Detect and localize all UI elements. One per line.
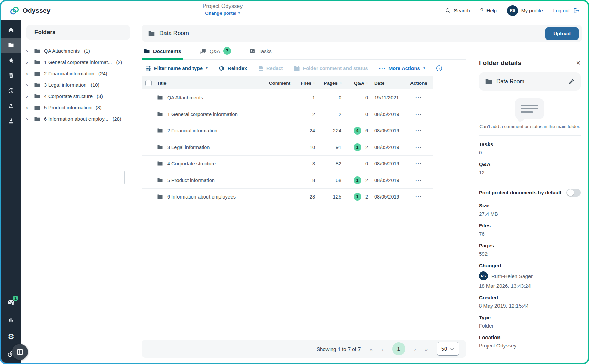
- changed-by-row: RS Ruth-Helen Sager: [479, 271, 581, 280]
- location-label: Location: [479, 334, 581, 340]
- rail-trash-icon[interactable]: [1, 68, 21, 83]
- row-actions-menu[interactable]: ···: [415, 161, 422, 167]
- header-title[interactable]: Title↑↓: [157, 81, 261, 86]
- rail-favorites-icon[interactable]: [1, 53, 21, 68]
- nav-rail: 1 ⚙: [1, 20, 21, 363]
- close-icon[interactable]: ✕: [576, 60, 581, 67]
- divider: [479, 182, 581, 182]
- topnav: Search ? Help RS My profile Log out: [445, 5, 580, 16]
- row-actions-menu[interactable]: ···: [415, 177, 422, 183]
- rail-home-icon[interactable]: [1, 22, 21, 38]
- main-content: Documents Q&A 7: [136, 42, 472, 363]
- pages-viewed-badge: 1: [354, 176, 361, 184]
- page-size-select[interactable]: 50: [437, 342, 459, 356]
- app-window: Odyssey Project Odyssey Change portal ▾ …: [1, 1, 588, 363]
- files-label: Files: [479, 223, 581, 228]
- row-actions-menu[interactable]: ···: [415, 95, 422, 100]
- rail-settings-icon[interactable]: ⚙: [1, 328, 21, 345]
- reindex-icon: [219, 65, 225, 72]
- tree-item-product-information[interactable]: › 5 Product information (8): [26, 102, 130, 113]
- ellipsis-icon: ···: [379, 65, 386, 71]
- edit-pencil-icon[interactable]: [568, 78, 575, 85]
- next-page-button[interactable]: ›: [414, 346, 416, 352]
- search-button[interactable]: Search: [445, 8, 470, 14]
- header-files[interactable]: Files↑↓: [290, 81, 315, 86]
- table-row[interactable]: 2 Financial information 24 224 46 08/05/…: [142, 122, 433, 139]
- folder-icon: [157, 161, 163, 166]
- info-icon[interactable]: [436, 65, 442, 72]
- header-pages[interactable]: Pages↑↓: [315, 81, 341, 86]
- prev-page-button[interactable]: ‹: [382, 346, 383, 352]
- folder-icon: [34, 105, 40, 110]
- change-portal-button[interactable]: Change portal ▾: [203, 11, 243, 16]
- select-all-checkbox[interactable]: [145, 80, 152, 86]
- table-row[interactable]: 3 Legal information 10 91 12 08/05/2019 …: [142, 139, 433, 156]
- tree-item-financial[interactable]: › 2 Financial information (24): [26, 68, 130, 79]
- brand: Odyssey: [10, 6, 51, 15]
- upload-button[interactable]: Upload: [545, 27, 579, 40]
- folder-icon: [157, 178, 163, 183]
- first-page-button[interactable]: «: [370, 346, 372, 352]
- folder-icon: [34, 82, 40, 88]
- header-qa[interactable]: Q&A↑↓: [341, 81, 368, 86]
- header-actions: Actions: [405, 81, 432, 86]
- table-row[interactable]: QA Attachments 1 0 0 19/11/2021 ···: [142, 89, 433, 106]
- tab-qa[interactable]: Q&A 7: [199, 43, 233, 60]
- tasks-label: Tasks: [479, 141, 581, 147]
- profile-button[interactable]: RS My profile: [507, 5, 543, 16]
- toolbar: Filter name and type ▾: [142, 60, 433, 76]
- rail-folders-icon[interactable]: [1, 38, 21, 53]
- type-label: Type: [479, 314, 581, 320]
- folders-scrollbar[interactable]: [124, 171, 125, 184]
- last-page-button[interactable]: »: [425, 346, 428, 352]
- folder-icon: [157, 144, 163, 150]
- rail-secure-mail-icon[interactable]: 1: [1, 294, 21, 311]
- row-actions-menu[interactable]: ···: [415, 194, 422, 200]
- table-row[interactable]: 5 Product information 8 68 12 08/05/2019…: [142, 172, 433, 189]
- avatar: RS: [479, 271, 488, 280]
- rail-download-icon[interactable]: [1, 113, 21, 128]
- row-actions-menu[interactable]: ···: [415, 111, 422, 117]
- print-protect-toggle[interactable]: [566, 189, 581, 197]
- filter-button[interactable]: Filter name and type ▾: [145, 65, 208, 72]
- table-row[interactable]: 4 Corportate structure 3 82 0 08/05/2019…: [142, 156, 433, 172]
- current-page-button[interactable]: 1: [392, 342, 405, 355]
- brand-name: Odyssey: [23, 7, 51, 14]
- rail-upload-icon[interactable]: [1, 98, 21, 113]
- mail-badge: 1: [13, 296, 18, 301]
- chevron-right-icon: ›: [26, 71, 30, 76]
- logout-button[interactable]: Log out: [553, 8, 579, 14]
- pagination-summary: Showing 1 to 7 of 7: [317, 346, 361, 352]
- panel-toggle-button[interactable]: [12, 344, 28, 360]
- chevron-right-icon: ›: [26, 59, 30, 65]
- row-actions-menu[interactable]: ···: [415, 144, 422, 150]
- help-button[interactable]: ? Help: [480, 7, 496, 14]
- header-date[interactable]: Date↑↓: [368, 81, 405, 86]
- chevron-right-icon: ›: [26, 48, 30, 54]
- table-row[interactable]: 1 General corporate information 2 2 0 08…: [142, 106, 433, 122]
- pages-viewed-badge: 4: [354, 127, 361, 135]
- tab-tasks[interactable]: Tasks: [248, 43, 273, 60]
- spacer: [142, 205, 466, 340]
- rail-statistics-icon[interactable]: [1, 311, 21, 328]
- tree-item-qa-attachments[interactable]: › QA Attachments (1): [26, 45, 130, 56]
- redact-button[interactable]: Redact: [258, 65, 283, 72]
- tree-item-information-employees[interactable]: › 6 Information about employ... (28): [26, 113, 130, 125]
- rail-history-icon[interactable]: [1, 83, 21, 98]
- row-actions-menu[interactable]: ···: [415, 128, 422, 133]
- chevron-right-icon: ›: [26, 116, 30, 122]
- tree-item-general-corporate[interactable]: › 1 General corporate informat... (2): [26, 56, 130, 68]
- tab-documents[interactable]: Documents: [142, 43, 183, 60]
- changed-label: Changed: [479, 263, 581, 268]
- more-actions-button[interactable]: ··· More Actions ▾: [379, 65, 425, 71]
- current-folder: Data Room: [148, 30, 189, 37]
- tree-item-legal[interactable]: › 3 Legal information (10): [26, 79, 130, 90]
- chevron-down-icon: [450, 348, 454, 350]
- details-title: Folder details: [479, 59, 522, 67]
- folder-comment-button[interactable]: Folder comment and status: [294, 66, 368, 71]
- table-row[interactable]: 6 Information about employees 28 125 12 …: [142, 189, 433, 205]
- qa-value: 12: [479, 170, 581, 175]
- tabs: Documents Q&A 7: [142, 43, 466, 60]
- tree-item-corporate-structure[interactable]: › 4 Corportate structure (3): [26, 90, 130, 102]
- reindex-button[interactable]: Reindex: [219, 65, 247, 72]
